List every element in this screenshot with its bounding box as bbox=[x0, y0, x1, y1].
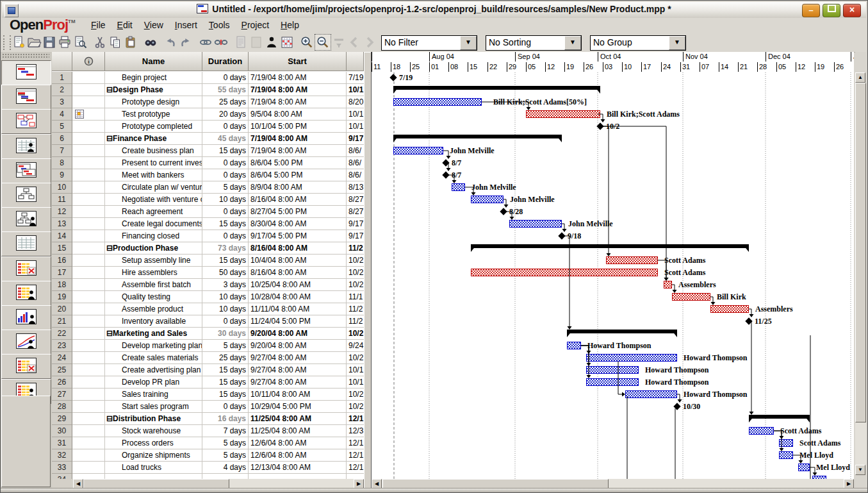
dropdown-arrow-icon[interactable]: ▼ bbox=[669, 36, 685, 50]
task-name-cell[interactable]: Process orders bbox=[105, 437, 202, 449]
sidebar-rbs-view-button[interactable] bbox=[1, 207, 51, 232]
task-finish-cell[interactable]: 12/1 bbox=[347, 437, 364, 449]
row-info-cell[interactable] bbox=[72, 376, 105, 389]
row-number[interactable]: 32 bbox=[52, 449, 72, 462]
task-finish-cell[interactable] bbox=[347, 474, 364, 479]
task-duration-cell[interactable]: 10 days bbox=[202, 303, 249, 315]
table-row[interactable]: 30Stock warehouse7 days11/25/04 8:00 AM1… bbox=[52, 425, 364, 437]
table-row[interactable]: 34 bbox=[52, 474, 364, 479]
task-duration-cell[interactable]: 73 days bbox=[202, 242, 249, 255]
row-number[interactable]: 24 bbox=[52, 352, 72, 364]
menu-edit[interactable]: Edit bbox=[111, 18, 138, 32]
header-info[interactable]: i bbox=[72, 52, 105, 71]
task-finish-cell[interactable]: 12/1 bbox=[347, 462, 364, 474]
task-duration-cell[interactable]: 0 days bbox=[202, 315, 249, 328]
task-start-cell[interactable]: 8/9/04 8:00 AM bbox=[249, 181, 347, 194]
sidebar-projects-view-button[interactable] bbox=[1, 158, 51, 183]
task-finish-cell[interactable]: 8/6/ bbox=[347, 157, 364, 169]
copy-icon[interactable] bbox=[108, 35, 123, 50]
task-notes-icon[interactable] bbox=[233, 35, 249, 50]
header-duration[interactable]: Duration bbox=[202, 52, 249, 71]
task-duration-cell[interactable]: 15 days bbox=[202, 218, 249, 230]
sidebar-task-usage-detail-view-button[interactable] bbox=[1, 256, 51, 281]
find-icon[interactable] bbox=[143, 35, 158, 50]
task-duration-cell[interactable]: 5 days bbox=[202, 181, 249, 194]
task-finish-cell[interactable]: 9/24 bbox=[347, 340, 364, 352]
scroll-up-button[interactable]: ▲ bbox=[855, 72, 865, 83]
menu-view[interactable]: View bbox=[138, 18, 169, 32]
row-info-cell[interactable] bbox=[72, 328, 105, 340]
row-number[interactable]: 4 bbox=[52, 108, 72, 121]
sidebar-resources-view-button[interactable] bbox=[1, 134, 51, 159]
task-name-cell[interactable]: Present to current investors bbox=[105, 157, 202, 169]
scroll-to-task-icon[interactable] bbox=[331, 35, 347, 50]
header-finish[interactable] bbox=[347, 52, 364, 71]
row-number[interactable]: 10 bbox=[52, 181, 72, 194]
task-duration-cell[interactable] bbox=[202, 474, 249, 479]
task-name-cell[interactable]: Organize shipments bbox=[105, 449, 202, 462]
row-info-cell[interactable] bbox=[72, 279, 105, 291]
task-finish-cell[interactable]: 10/2 bbox=[347, 328, 364, 340]
row-number[interactable]: 20 bbox=[52, 303, 72, 315]
row-info-cell[interactable] bbox=[72, 181, 105, 194]
table-row[interactable]: 29⊟Distribution Phase16 days11/25/04 8:0… bbox=[52, 413, 364, 425]
row-info-cell[interactable] bbox=[72, 145, 105, 157]
task-start-cell[interactable]: 9/27/04 8:00 AM bbox=[249, 352, 347, 364]
row-info-cell[interactable] bbox=[72, 303, 105, 315]
row-info-cell[interactable] bbox=[72, 84, 105, 96]
dropdown-arrow-icon[interactable]: ▼ bbox=[460, 36, 477, 50]
row-info-cell[interactable] bbox=[72, 425, 105, 437]
scroll-right-button[interactable]: ▶ bbox=[354, 479, 364, 489]
task-finish-cell[interactable]: 10/2 bbox=[347, 389, 364, 401]
minimize-button[interactable]: – bbox=[802, 4, 820, 17]
task-name-cell[interactable]: Begin project bbox=[105, 72, 202, 84]
row-number[interactable]: 11 bbox=[52, 194, 72, 206]
menu-insert[interactable]: Insert bbox=[169, 18, 203, 32]
gantt-scroll-left-button[interactable]: ◀ bbox=[372, 479, 382, 489]
row-info-cell[interactable] bbox=[72, 206, 105, 218]
task-name-cell[interactable]: Develop PR plan bbox=[105, 376, 202, 389]
task-start-cell[interactable]: 9/20/04 8:00 AM bbox=[249, 340, 347, 352]
row-info-cell[interactable] bbox=[72, 194, 105, 206]
task-start-cell[interactable]: 9/5/04 8:00 AM bbox=[249, 108, 347, 121]
row-number[interactable]: 22 bbox=[52, 328, 72, 340]
zoom-out-icon[interactable] bbox=[315, 34, 331, 51]
task-start-cell[interactable]: 9/27/04 8:00 AM bbox=[249, 376, 347, 389]
task-finish-cell[interactable]: 11/2 bbox=[347, 303, 364, 315]
row-info-cell[interactable] bbox=[72, 121, 105, 133]
task-name-cell[interactable] bbox=[105, 474, 202, 479]
task-duration-cell[interactable]: 10 days bbox=[202, 194, 249, 206]
table-row[interactable]: 32Organize shipments5 days12/6/04 8:00 A… bbox=[52, 449, 364, 462]
task-name-cell[interactable]: Prototype completed bbox=[105, 121, 202, 133]
group-dropdown[interactable]: No Group▼ bbox=[590, 35, 686, 51]
menu-help[interactable]: Help bbox=[275, 18, 305, 32]
task-finish-cell[interactable]: 12/1 bbox=[347, 413, 364, 425]
table-row[interactable]: 2⊟Design Phase55 days7/19/04 8:00 AM10/1 bbox=[52, 84, 364, 96]
table-row[interactable]: 9Meet with bankers0 days8/6/04 5:00 PM8/… bbox=[52, 169, 364, 181]
table-row[interactable]: 20Assemble product10 days11/11/04 8:00 A… bbox=[52, 303, 364, 315]
task-start-cell[interactable]: 7/19/04 8:00 AM bbox=[249, 72, 347, 84]
task-name-cell[interactable]: ⊟Marketing and Sales bbox=[105, 328, 202, 340]
row-info-cell[interactable] bbox=[72, 96, 105, 108]
undo-icon[interactable] bbox=[163, 35, 178, 50]
timeline-months[interactable]: Aug 04Sep 04Oct 04Nov 04Dec 04J bbox=[372, 52, 854, 63]
sidebar-histogram-view-button[interactable] bbox=[1, 305, 51, 330]
table-row[interactable]: 27Sales training15 days10/11/04 8:00 AM1… bbox=[52, 389, 364, 401]
task-duration-cell[interactable]: 45 days bbox=[202, 133, 249, 145]
task-name-cell[interactable]: Prototype design bbox=[105, 96, 202, 108]
sidebar-reports-view-button[interactable] bbox=[1, 231, 51, 256]
new-document-icon[interactable] bbox=[11, 35, 26, 50]
row-info-cell[interactable] bbox=[72, 340, 105, 352]
table-row[interactable]: 23Develop marketing plan5 days9/20/04 8:… bbox=[52, 340, 364, 352]
task-name-cell[interactable]: Load trucks bbox=[105, 462, 202, 474]
row-number[interactable]: 2 bbox=[52, 84, 72, 96]
task-name-cell[interactable]: Create legal documents bbox=[105, 218, 202, 230]
table-row[interactable]: 12Reach agreement0 days8/27/04 5:00 PM8/… bbox=[52, 206, 364, 218]
task-duration-cell[interactable]: 50 days bbox=[202, 267, 249, 279]
header-row-number[interactable] bbox=[52, 52, 72, 71]
table-row[interactable]: 13Create legal documents15 days8/30/04 8… bbox=[52, 218, 364, 230]
table-row[interactable]: 8Present to current investors0 days8/6/0… bbox=[52, 157, 364, 169]
row-number[interactable]: 28 bbox=[52, 401, 72, 413]
task-finish-cell[interactable]: 12/1 bbox=[347, 449, 364, 462]
task-duration-cell[interactable]: 0 days bbox=[202, 230, 249, 242]
